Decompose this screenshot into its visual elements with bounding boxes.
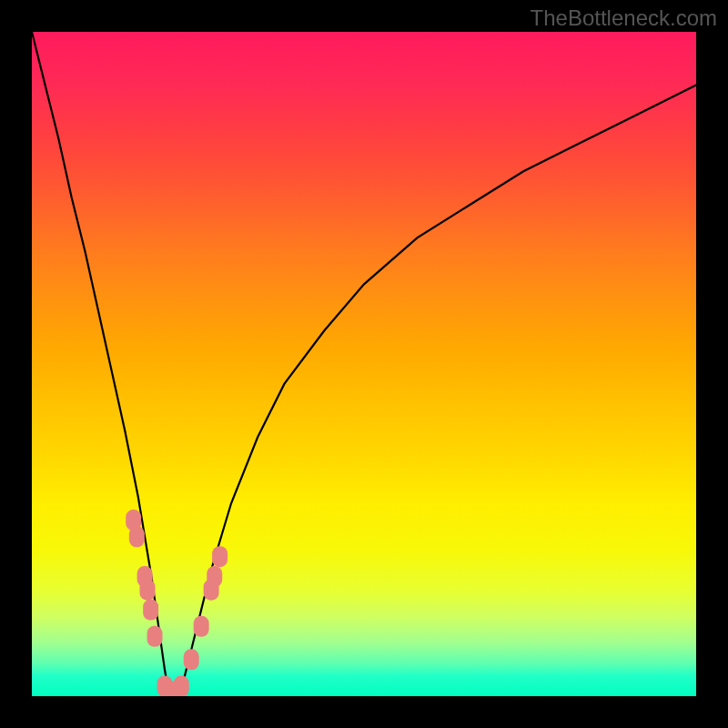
chart-svg [32,32,696,696]
watermark-text: TheBottleneck.com [531,5,717,31]
marker-dot [174,676,189,696]
marker-dot [147,626,163,647]
marker-dot [184,649,199,670]
marker-dot [143,600,158,621]
marker-dot [129,526,145,547]
chart-markers [126,510,228,696]
marker-dot [212,546,228,567]
marker-dot [207,566,222,587]
plot-area [32,32,696,696]
marker-dot [140,580,156,601]
chart-curve [32,32,696,696]
marker-dot [194,616,209,637]
